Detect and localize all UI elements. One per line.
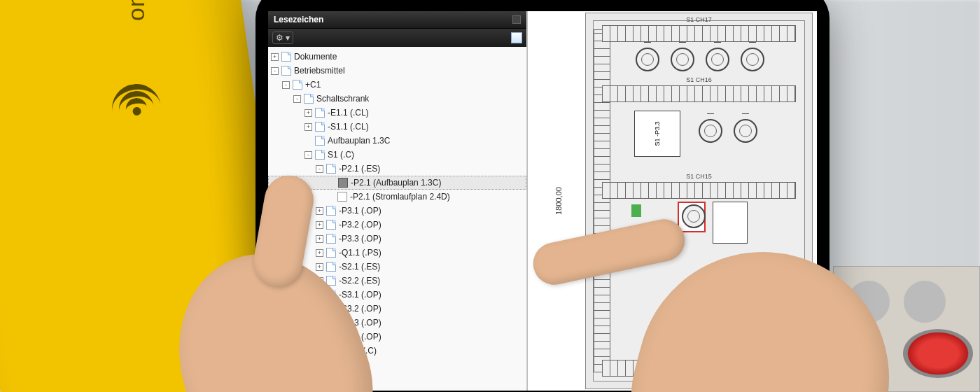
tree-node[interactable]: -S1 (.C)	[268, 148, 526, 162]
rail-mid-label: S1 CH16	[686, 76, 712, 83]
gear-icon[interactable]: ⚙ ▾	[272, 31, 293, 44]
rail-top: S1 CH17	[602, 25, 796, 42]
component-green[interactable]	[631, 204, 641, 217]
tree-node-label: Dokumente	[294, 50, 337, 63]
expand-icon[interactable]: +	[316, 235, 323, 243]
tree-node[interactable]: -+C1	[268, 78, 526, 92]
document-icon	[281, 66, 291, 76]
document-icon	[315, 150, 325, 160]
collapse-icon[interactable]: -	[271, 67, 279, 75]
tree-node-label: -S2.1 (.ES)	[339, 260, 380, 273]
collapse-icon[interactable]: -	[293, 95, 301, 103]
document-icon	[326, 262, 336, 272]
expand-icon[interactable]: +	[316, 249, 323, 257]
tree-node-label: -P2.1 (Stromlaufplan 2.4D)	[350, 190, 450, 203]
component-round-2[interactable]	[671, 48, 694, 71]
panel-title: Lesezeichen	[274, 15, 323, 24]
expand-icon[interactable]: +	[304, 109, 312, 117]
tree-node-label: Betriebsmittel	[294, 64, 345, 77]
tree-node-label: Aufbauplan 1.3C	[328, 134, 390, 147]
tree-node-label: +C1	[305, 78, 321, 91]
panel-toolbar: ⚙ ▾	[268, 29, 526, 47]
component-round-4[interactable]	[741, 48, 764, 71]
tree-node[interactable]: Aufbauplan 1.3C	[268, 134, 526, 148]
tree-node-label: -P3.3 (.OP)	[339, 232, 382, 245]
tree-node[interactable]: --P2.1 (.ES)	[268, 162, 526, 176]
tree-node[interactable]: -Betriebsmittel	[268, 64, 526, 78]
tree-node[interactable]: +-Q1.1 (.PS)	[268, 246, 526, 260]
robot-arm-text: omation chine	[122, 0, 150, 21]
document-icon	[315, 122, 325, 132]
document-icon	[315, 108, 325, 118]
component-round-3[interactable]	[706, 48, 729, 71]
tree-node-label: -S1.1 (.CL)	[328, 120, 369, 133]
tree-node-label: -P2.1 (.ES)	[339, 162, 380, 175]
tree-node-label: -P2.1 (Aufbauplan 1.3C)	[351, 176, 441, 189]
tree-node[interactable]: -Schaltschrank	[268, 92, 526, 106]
tree-node[interactable]: +-E1.1 (.CL)	[268, 106, 526, 120]
expand-icon[interactable]: +	[304, 123, 312, 131]
rail-vertical-left	[594, 29, 610, 372]
document-icon	[281, 52, 291, 62]
document-icon	[293, 80, 302, 90]
rail-mid: S1 CH16	[602, 85, 796, 102]
tree-node[interactable]: +Dokumente	[268, 50, 526, 64]
collapse-icon[interactable]: -	[282, 81, 290, 89]
tree-node-label: -P3.2 (.OP)	[339, 218, 382, 231]
document-icon	[326, 220, 336, 230]
tree-node-label: -S2.2 (.ES)	[339, 274, 380, 287]
tree-node-label: -Q1.1 (.PS)	[339, 246, 382, 259]
expand-icon[interactable]: +	[316, 263, 323, 271]
minimize-icon[interactable]	[512, 15, 521, 24]
rail-top-label: S1 CH17	[686, 16, 712, 23]
component-round-1[interactable]	[636, 48, 659, 71]
rail-low: S1 CH15	[602, 182, 796, 199]
tree-node-label: -E1.1 (.CL)	[328, 106, 369, 119]
pin-icon[interactable]	[511, 32, 522, 43]
component-box-right[interactable]	[713, 202, 748, 244]
document-icon	[326, 234, 336, 244]
document-icon	[304, 94, 314, 104]
no-expand-icon	[304, 137, 312, 145]
document-icon	[315, 136, 325, 146]
expand-icon[interactable]: +	[316, 207, 323, 215]
document-icon	[326, 206, 336, 216]
tree-node-label: Schaltschrank	[316, 92, 369, 105]
component-round-highlighted[interactable]	[682, 204, 706, 228]
emergency-stop-button	[903, 329, 973, 378]
rail-low-label: S1 CH15	[686, 173, 712, 180]
page-icon	[337, 192, 347, 202]
page-icon	[338, 178, 348, 188]
document-icon	[326, 164, 336, 174]
expand-icon[interactable]: +	[271, 53, 279, 61]
collapse-icon[interactable]: -	[304, 151, 312, 159]
component-round-6[interactable]	[734, 119, 757, 143]
dimension-vertical: 1800,00	[554, 187, 563, 215]
tree-node[interactable]: +-S1.1 (.CL)	[268, 120, 526, 134]
no-expand-icon	[328, 179, 335, 187]
panel-titlebar: Lesezeichen	[268, 11, 526, 29]
expand-icon[interactable]: +	[316, 221, 323, 229]
document-icon	[326, 248, 336, 258]
component-s1-label: S1 -P3.3	[654, 121, 661, 146]
collapse-icon[interactable]: -	[316, 165, 323, 173]
tree-node-label: S1 (.C)	[328, 148, 354, 161]
tree-node-label: -S3.1 (.OP)	[339, 288, 382, 301]
no-expand-icon	[327, 193, 335, 201]
tree-node-label: -P3.1 (.OP)	[339, 204, 382, 217]
component-round-5[interactable]	[699, 119, 722, 143]
component-s1-box[interactable]: S1 -P3.3	[634, 111, 680, 157]
